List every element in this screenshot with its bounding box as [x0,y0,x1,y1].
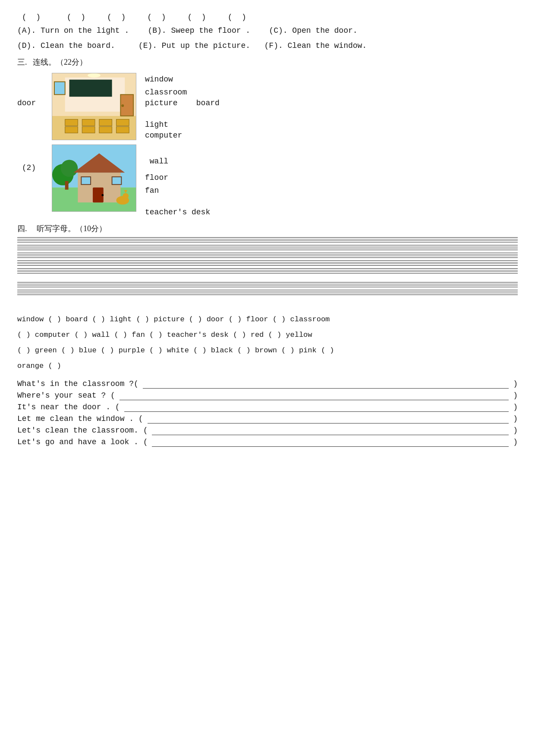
thin-line-11 [17,284,518,284]
bracket-4: ( ) [147,13,166,22]
thin-line-7 [17,262,518,263]
thick-line-6 [17,257,518,258]
sentence-5-end: ) [513,426,518,435]
sentence-5: Let's clean the classroom. ( ) [17,426,518,435]
thin-line-6 [17,256,518,256]
sentence-6-space [152,438,509,447]
pair2-left-labels: wall floor fan [145,157,220,195]
svg-rect-26 [112,177,122,185]
svg-point-19 [61,160,78,177]
svg-rect-25 [81,177,91,185]
bracket-5: ( ) [187,13,206,22]
section4-label: 四. 听写字母。（10分） [17,224,107,233]
word-fan: fan [145,186,168,195]
svg-point-14 [121,104,124,107]
section-3: 三. 连线。（22分） door (2) [17,56,518,216]
line-group-6 [17,282,518,287]
sentence-1-space [143,380,509,389]
vocab-line-2: ( ) computer ( ) wall ( ) fan ( ) teache… [17,328,518,342]
svg-rect-3 [69,79,112,97]
thin-line-13 [17,292,518,292]
word-wall: wall [145,157,168,166]
svg-rect-9 [65,126,78,133]
thick-line-1 [17,237,518,238]
word-picture-board: picture board [145,99,220,107]
option-C: (C). Open the door. [269,26,357,35]
svg-rect-7 [99,119,112,125]
sentence-1: What's in the classroom ?( ) [17,380,518,389]
option-D: (D). Clean the board. [17,41,134,50]
word-computer: computer [145,131,220,140]
section3-title: 三. 连线。（22分） [17,56,518,69]
brackets-row: ( ) ( ) ( ) ( ) ( ) ( ) [17,13,518,22]
sentences-area: What's in the classroom ?( ) Where's you… [17,380,518,447]
svg-rect-10 [82,126,95,133]
thin-line-9 [17,270,518,270]
pair1-label: (2) [17,163,52,172]
thick-line-2 [17,242,518,242]
sentence-4: Let me clean the window . ( ) [17,414,518,423]
sentence-3-text: It's near the door . ( [17,403,120,411]
thick-line-5 [17,253,518,253]
thin-line-2 [17,240,518,241]
sentence-1-end: ) [513,380,518,388]
svg-rect-12 [116,126,129,133]
word-window: window [145,75,220,84]
thick-line-7 [17,260,518,261]
bracket-6: ( ) [228,13,246,22]
thin-line-14 [17,293,518,293]
thin-line-5 [17,254,518,255]
line-group-7 [17,290,518,295]
thick-line-12 [17,287,518,287]
sentence-6-text: Let's go and have a look . ( [17,438,148,446]
sentence-5-text: Let's clean the classroom. ( [17,426,148,435]
thin-line-10 [17,271,518,272]
line-group-4 [17,260,518,266]
thin-line-12 [17,285,518,285]
sentence-3: It's near the door . ( ) [17,403,518,412]
writing-lines-area [17,237,518,295]
thick-line-13 [17,290,518,290]
thin-line-3 [17,247,518,247]
thin-line-8 [17,264,518,264]
word-classroom: classroom [145,88,220,97]
word-light: light [145,120,220,129]
sentence-4-text: Let me clean the window . ( [17,414,143,423]
svg-point-28 [123,193,129,199]
left-labels-col: wall floor fan [145,157,168,195]
word-teachers-desk: teacher's desk [145,208,220,216]
line-group-3 [17,253,518,258]
thick-line-9 [17,268,518,269]
svg-point-24 [101,194,104,196]
svg-rect-4 [54,82,65,94]
sentence-3-end: ) [513,403,518,411]
section4-title: 四. 听写字母。（10分） [17,223,518,234]
thick-line-11 [17,282,518,282]
sentence-1-text: What's in the classroom ?( [17,380,138,388]
section3-label: 三. 连线。（22分） [17,58,87,66]
svg-rect-8 [116,119,129,125]
vocab-line-1: window ( ) board ( ) light ( ) picture (… [17,312,518,327]
sentence-4-end: ) [513,414,518,423]
pair1-right-words: window classroom picture board light com… [145,73,220,216]
thick-line-8 [17,265,518,266]
option-F: (F). Clean the window. [264,41,367,50]
pair1-left-words: door (2) [17,73,52,172]
bottom-section: window ( ) board ( ) light ( ) picture (… [17,312,518,447]
line-group-5 [17,268,518,273]
option-E: (E). Put up the picture. [138,41,260,50]
sentence-2-end: ) [513,391,518,400]
sentence-3-space [124,403,509,412]
option-line-1: (A). Turn on the light . (B). Sweep the … [17,24,518,38]
section-4: 四. 听写字母。（10分） [17,223,518,295]
thin-line-1 [17,239,518,239]
thick-line-10 [17,273,518,273]
option-A: (A). Turn on the light . [17,26,143,35]
pair-1: door (2) [17,73,518,216]
sentence-6: Let's go and have a look . ( ) [17,438,518,447]
svg-rect-5 [65,119,78,125]
vocab-line-4: orange ( ) [17,359,518,373]
option-line-2: (D). Clean the board. (E). Put up the pi… [17,39,518,53]
line-group-1 [17,237,518,242]
sentence-6-end: ) [513,438,518,446]
